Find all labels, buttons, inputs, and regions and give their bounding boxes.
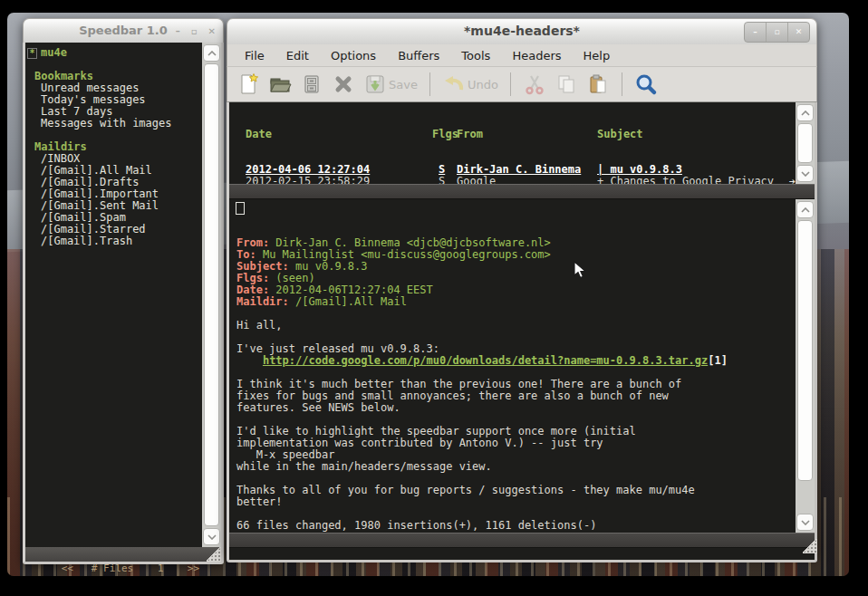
dired-button[interactable] <box>300 72 323 96</box>
message-subject-text: | mu v0.9.8.3 <box>597 164 796 176</box>
field-name: Date <box>236 284 263 296</box>
link-footnote: [1] <box>708 354 728 367</box>
message-body-line: better! <box>236 496 796 508</box>
speedbar-status-text: << # Files 1 >> <box>62 562 199 574</box>
speedbar-scroll-thumb[interactable] <box>204 63 219 526</box>
save-label: Save <box>389 78 418 91</box>
headers-column-row: Date Flgs From Subject <box>229 129 796 140</box>
copy-button[interactable] <box>555 72 578 96</box>
speedbar-item[interactable]: /[Gmail].Trash <box>27 236 202 247</box>
message-body-line: 66 files changed, 1980 insertions(+), 11… <box>236 520 796 532</box>
column-subject[interactable]: Subject <box>597 129 796 140</box>
field-colon: : <box>263 272 275 284</box>
toolbar-separator <box>622 72 622 96</box>
field-value: /[Gmail].All Mail <box>295 295 407 308</box>
close-icon[interactable]: ✕ <box>788 23 809 42</box>
message-body-line <box>236 308 796 320</box>
link-indent <box>236 354 263 367</box>
paste-button[interactable] <box>586 72 610 96</box>
message-body-line <box>236 532 796 533</box>
echo-area[interactable] <box>229 548 815 560</box>
scroll-up-icon[interactable] <box>796 104 814 121</box>
minimize-icon[interactable]: – <box>745 23 767 42</box>
maximize-icon[interactable]: ▫ <box>191 26 198 36</box>
column-flags[interactable]: Flgs <box>432 129 457 140</box>
truncation-arrow-icon: ➔ <box>789 176 796 184</box>
speedbar-scrollbar[interactable] <box>202 43 221 547</box>
desktop-root: Speedbar 1.0 – ▫ ✕ *mu4e BookmarksUnread… <box>0 0 868 596</box>
emacs-resize-grip[interactable] <box>803 539 817 553</box>
headers-row-list: 2012-04-06 12:27:04SDirk-Jan C. Binnema|… <box>229 164 796 184</box>
field-colon: : <box>249 248 262 261</box>
menu-item-help[interactable]: Help <box>574 47 621 64</box>
headers-scrollbar[interactable] <box>796 102 815 184</box>
scroll-down-icon[interactable] <box>796 165 814 182</box>
field-name: Maildir <box>236 295 283 308</box>
field-name: Flgs <box>236 272 263 284</box>
emacs-window-title: *mu4e-headers* <box>227 19 816 43</box>
message-body-line: features. See NEWS below. <box>236 402 796 414</box>
view-scrollbar[interactable] <box>796 199 815 533</box>
headers-scroll-thumb[interactable] <box>797 123 813 163</box>
view-scroll-track[interactable] <box>797 220 813 512</box>
message-subject-text: + Changes to Google Privacy <box>597 176 789 184</box>
field-colon: : <box>263 284 275 296</box>
undo-button[interactable]: Undo <box>442 72 498 96</box>
maximize-icon[interactable]: ▫ <box>767 23 788 42</box>
cut-button[interactable] <box>523 72 546 96</box>
speedbar-scroll-track[interactable] <box>204 63 219 526</box>
menu-item-options[interactable]: Options <box>321 47 386 64</box>
column-date[interactable]: Date <box>246 129 432 140</box>
emacs-window-controls: – ▫ ✕ <box>744 22 810 43</box>
scroll-down-icon[interactable] <box>203 528 220 545</box>
speedbar-root-label: mu4e <box>41 46 67 59</box>
field-colon: : <box>283 295 295 308</box>
speedbar-window: Speedbar 1.0 – ▫ ✕ *mu4e BookmarksUnread… <box>23 18 224 563</box>
close-icon[interactable]: ✕ <box>208 26 216 36</box>
menu-item-buffers[interactable]: Buffers <box>388 47 449 64</box>
close-buffer-button[interactable] <box>332 72 355 96</box>
message-row[interactable]: 2012-02-15 23:58:29SGoogle+ Changes to G… <box>229 176 796 184</box>
speedbar-item[interactable]: Messages with images <box>27 118 202 130</box>
speedbar-titlebar[interactable]: Speedbar 1.0 – ▫ ✕ <box>23 18 224 43</box>
field-colon: : <box>263 236 275 249</box>
toolbar-separator <box>510 72 511 96</box>
undo-label: Undo <box>468 78 498 91</box>
menu-item-file[interactable]: File <box>235 47 275 64</box>
message-body-line: http://code.google.com/p/mu0/downloads/d… <box>236 355 796 367</box>
emacs-titlebar[interactable]: *mu4e-headers* – ▫ ✕ <box>227 18 817 44</box>
mu4e-view-pane: From: Dirk-Jan C. Binnema <djcb@djcbsoft… <box>229 199 815 533</box>
field-name: Subject <box>236 260 283 273</box>
open-file-button[interactable] <box>268 72 292 96</box>
minimize-icon[interactable]: – <box>176 26 180 36</box>
message-from: Google <box>457 176 597 184</box>
field-name: From <box>236 236 263 249</box>
new-file-button[interactable] <box>236 72 260 96</box>
field-value: mu v0.9.8.3 <box>295 260 367 273</box>
menu-item-edit[interactable]: Edit <box>276 47 319 64</box>
column-from[interactable]: From <box>457 129 597 140</box>
emacs-window: *mu4e-headers* – ▫ ✕ FileEditOptionsBuff… <box>227 18 817 556</box>
speedbar-content: *mu4e BookmarksUnread messagesToday's me… <box>25 43 202 547</box>
message-body-line: Hi all, <box>236 320 796 332</box>
download-link[interactable]: http://code.google.com/p/mu0/downloads/d… <box>263 354 708 367</box>
save-button[interactable]: Save <box>363 72 418 96</box>
speedbar-root-item[interactable]: *mu4e <box>27 47 202 59</box>
mu4e-headers-modeline: U:%*- *mu4e-headers* All L1 (mu4e-header… <box>229 184 815 199</box>
speedbar-resize-grip[interactable] <box>207 547 221 562</box>
emacs-cursor <box>236 202 245 215</box>
message-header-field: Subject: mu v0.9.8.3 <box>236 261 796 273</box>
field-name: To <box>236 248 249 261</box>
speedbar-statusbar[interactable]: << # Files 1 >> <box>23 547 224 562</box>
view-scroll-thumb[interactable] <box>797 220 813 481</box>
message-date: 2012-02-15 23:58:29 <box>246 176 432 184</box>
mouse-cursor <box>574 261 586 279</box>
menu-item-tools[interactable]: Tools <box>451 47 500 64</box>
scroll-down-icon[interactable] <box>796 514 814 531</box>
search-button[interactable] <box>634 72 658 96</box>
menu-item-headers[interactable]: Headers <box>502 47 571 64</box>
scroll-up-icon[interactable] <box>796 201 814 218</box>
field-colon: : <box>283 260 295 273</box>
headers-scroll-track[interactable] <box>797 123 813 163</box>
scroll-up-icon[interactable] <box>203 44 220 62</box>
